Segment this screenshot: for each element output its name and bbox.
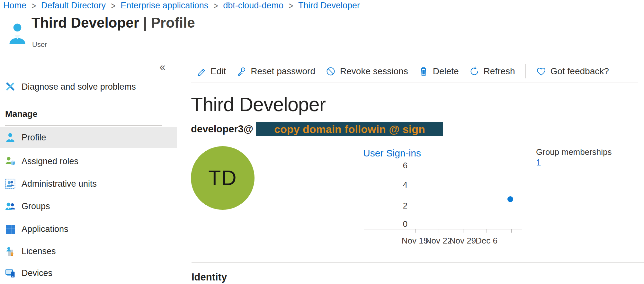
- y-tick-label: 2: [388, 201, 407, 211]
- sidebar-item-label: Applications: [22, 224, 68, 234]
- button-label: Got feedback?: [550, 66, 609, 76]
- heart-icon: [536, 66, 546, 76]
- sidebar-item-label: Administrative units: [22, 179, 97, 189]
- profile-display-name: Third Developer: [191, 93, 326, 116]
- chevron-right-icon: >: [289, 0, 293, 11]
- avatar: TD: [191, 146, 255, 210]
- sidebar-item-devices[interactable]: Devices: [0, 263, 177, 283]
- page-title-name: Third Developer: [31, 15, 139, 31]
- button-label: Refresh: [484, 66, 515, 76]
- chevron-right-icon: >: [213, 0, 218, 11]
- redaction-box: copy domain followin @ sign: [256, 122, 443, 136]
- sidebar-item-administrative-units[interactable]: Administrative units: [0, 173, 177, 194]
- got-feedback-button[interactable]: Got feedback?: [536, 66, 609, 76]
- breadcrumb-enterprise-applications[interactable]: Enterprise applications: [121, 1, 208, 11]
- refresh-button[interactable]: Refresh: [469, 66, 515, 76]
- pencil-icon: [196, 66, 206, 76]
- applications-icon: [5, 224, 15, 234]
- tools-icon: [5, 82, 15, 92]
- sidebar-item-label: Licenses: [22, 246, 56, 256]
- redaction-note: copy domain followin @ sign: [274, 123, 425, 136]
- delete-button[interactable]: Delete: [418, 66, 459, 76]
- revoke-sessions-button[interactable]: Revoke sessions: [326, 66, 408, 76]
- command-bar: Edit Reset password Revoke sessions: [196, 63, 609, 80]
- y-tick-label: 0: [388, 219, 407, 229]
- page-title: Third Developer | Profile: [31, 15, 195, 31]
- upn-prefix: developer3@: [191, 123, 253, 135]
- chevron-right-icon: >: [111, 0, 115, 11]
- sidebar-item-label: Diagnose and solve problems: [22, 82, 136, 92]
- toolbar-rule: [191, 83, 638, 83]
- button-label: Edit: [210, 66, 226, 76]
- page-subtitle: User: [32, 40, 47, 49]
- x-axis-line: [364, 229, 522, 229]
- button-label: Revoke sessions: [340, 66, 408, 76]
- breadcrumb-default-directory[interactable]: Default Directory: [41, 1, 106, 11]
- upn-row: developer3@ copy domain followin @ sign: [191, 122, 443, 136]
- toolbar-divider: [525, 64, 526, 78]
- sidebar-item-licenses[interactable]: Licenses: [0, 241, 177, 262]
- person-icon: [5, 132, 15, 143]
- user-avatar-icon: [8, 22, 26, 46]
- breadcrumb-dbt-cloud-demo[interactable]: dbt-cloud-demo: [223, 1, 283, 11]
- sidebar-item-profile[interactable]: Profile: [0, 127, 177, 148]
- sidebar-item-label: Groups: [22, 201, 50, 211]
- button-label: Delete: [433, 66, 459, 76]
- sidebar-item-applications[interactable]: Applications: [0, 219, 177, 239]
- assigned-roles-icon: [5, 156, 15, 166]
- sidebar-section-manage: Manage: [5, 109, 38, 119]
- reset-password-button[interactable]: Reset password: [236, 66, 315, 76]
- admin-units-icon: [5, 179, 15, 189]
- chart-title-rule: [362, 160, 527, 160]
- x-axis-tick: [415, 229, 416, 233]
- sidebar-item-diagnose[interactable]: Diagnose and solve problems: [0, 78, 177, 95]
- x-axis-tick: [463, 229, 463, 233]
- sidebar-item-groups[interactable]: Groups: [0, 196, 177, 217]
- y-tick-label: 4: [388, 180, 407, 190]
- button-label: Reset password: [251, 66, 315, 76]
- licenses-icon: [5, 246, 15, 256]
- groups-icon: [5, 201, 15, 211]
- avatar-initials: TD: [208, 166, 237, 190]
- identity-section-heading: Identity: [192, 271, 227, 283]
- sign-in-data-point: [507, 196, 513, 202]
- sidebar-item-label: Profile: [22, 133, 46, 143]
- x-axis-tick: [511, 229, 512, 233]
- breadcrumb-home[interactable]: Home: [3, 1, 26, 11]
- key-icon: [236, 66, 246, 76]
- sidebar-item-label: Devices: [22, 268, 52, 278]
- breadcrumb: Home > Default Directory > Enterprise ap…: [3, 1, 360, 11]
- y-tick-label: 6: [388, 161, 407, 171]
- x-axis-tick: [439, 229, 439, 233]
- chevron-right-icon: >: [31, 0, 36, 11]
- sidebar-collapse-button[interactable]: «: [159, 60, 165, 73]
- group-memberships-count-link[interactable]: 1: [536, 157, 541, 168]
- sidebar-divider: [5, 125, 162, 126]
- section-divider: [192, 262, 644, 263]
- x-tick-label: Dec 6: [467, 236, 506, 246]
- edit-button[interactable]: Edit: [196, 66, 226, 76]
- devices-icon: [5, 268, 15, 278]
- user-sign-ins-chart: User Sign-ins 6 4 2 0 Nov 15 Nov 22 Nov …: [362, 148, 527, 247]
- group-memberships-label: Group memberships: [536, 147, 612, 157]
- x-axis-tick: [487, 229, 487, 233]
- refresh-icon: [469, 66, 479, 76]
- page-title-suffix: | Profile: [139, 15, 195, 31]
- chart-title-link[interactable]: User Sign-ins: [363, 148, 421, 159]
- sidebar-item-assigned-roles[interactable]: Assigned roles: [0, 151, 177, 172]
- breadcrumb-third-developer[interactable]: Third Developer: [298, 1, 360, 11]
- block-icon: [326, 66, 336, 76]
- sidebar-item-label: Assigned roles: [22, 156, 78, 166]
- trash-icon: [418, 66, 429, 76]
